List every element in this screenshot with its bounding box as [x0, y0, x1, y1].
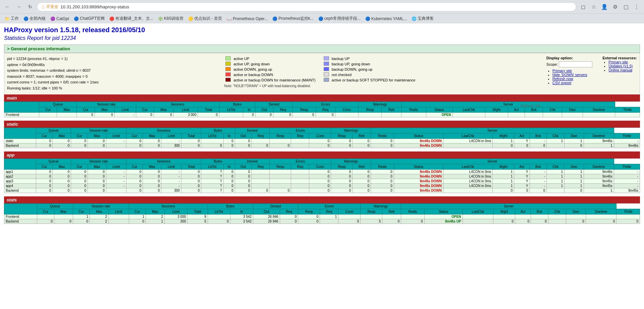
- bookmark-item[interactable]: 📁工作: [3, 15, 21, 22]
- forward-button[interactable]: →: [14, 2, 23, 11]
- wght: 1: [493, 138, 514, 143]
- denied-resp: 0: [270, 188, 291, 193]
- err-resp: 0: [331, 174, 353, 179]
- bookmark-item[interactable]: 🟣CatGpt: [48, 15, 71, 22]
- bookmark-item[interactable]: 🌐宝典博客: [410, 15, 436, 22]
- scope-input[interactable]: [559, 61, 592, 67]
- th-errors: Errors: [298, 203, 361, 209]
- proxy-name-bar: main: [4, 95, 640, 102]
- chk: [547, 188, 565, 193]
- display-link[interactable]: CSV export: [552, 81, 571, 85]
- bookmark-item[interactable]: 🔵ChatGPT官网: [72, 15, 107, 22]
- bookmark-item[interactable]: ❇️K8S训练营: [156, 15, 186, 22]
- cast-button[interactable]: ◻: [578, 2, 588, 11]
- err-req: [291, 169, 309, 174]
- legend-color-cell: [317, 77, 330, 83]
- bookmark-item[interactable]: 🔵ceph常用排错手段...: [316, 15, 363, 22]
- queue-cur: 0: [36, 179, 53, 183]
- external-resources: External resources: Primary siteUpdates …: [602, 56, 637, 72]
- th-sr-cur: Cur: [71, 133, 88, 138]
- sr-cur: 0: [71, 169, 88, 174]
- th-name: [4, 159, 36, 169]
- dwn: 1: [565, 169, 584, 174]
- th-warnings: Warnings: [359, 102, 401, 107]
- display-link[interactable]: Primary site: [552, 69, 572, 73]
- warn-retr: 0: [353, 169, 371, 174]
- th-lastchk: LastChk: [452, 107, 485, 112]
- info-lines: pid = 12234 (process #1, nbproc = 1)upti…: [7, 56, 217, 91]
- th-thrtle: Thrtle: [614, 164, 640, 169]
- th-bck: Bck: [530, 164, 547, 169]
- err-req: [320, 219, 338, 224]
- status-badge: OPEN: [441, 113, 451, 117]
- sr-cur: 0: [71, 138, 88, 143]
- external-link-item: Online manual: [608, 68, 637, 72]
- menu-button[interactable]: ⋮: [632, 2, 641, 11]
- legend-color-cell: [317, 56, 330, 61]
- bookmark-item[interactable]: 📖Prometheus Oper...: [225, 15, 270, 22]
- window-button[interactable]: ▢: [621, 2, 631, 11]
- bookmark-item[interactable]: 🔵Prometheus监控k...: [270, 15, 316, 22]
- bck: -: [530, 183, 547, 188]
- lbtot: [201, 138, 223, 143]
- display-link[interactable]: Refresh now: [552, 77, 573, 81]
- th-queue-max: Max: [54, 209, 73, 214]
- bytes-out: 0: [235, 138, 252, 143]
- err-req: [291, 183, 309, 188]
- bookmark-item[interactable]: 🟡优点知识 - 首页: [186, 15, 224, 22]
- browser-actions: ◻ ☆ 👤 ⚙ ▢ ⋮: [578, 2, 641, 11]
- warn-retr: [382, 214, 401, 219]
- dwntme: 1: [584, 143, 614, 148]
- queue-max: 0: [53, 188, 71, 193]
- th-dwntme: Dwntme: [584, 133, 614, 138]
- sess-cur: 0: [136, 112, 154, 117]
- th-status: Status: [394, 164, 443, 169]
- warn-redis: 0: [371, 188, 394, 193]
- display-links: Primary siteHide 'DOWN' serversRefresh n…: [552, 69, 592, 85]
- display-link[interactable]: Hide 'DOWN' servers: [552, 73, 587, 77]
- th-sess-max: Max: [143, 164, 161, 169]
- th-sess-limit: Limit: [161, 133, 181, 138]
- status: 9m46s DOWN: [394, 174, 443, 179]
- refresh-button[interactable]: ↻: [25, 2, 35, 11]
- th-sr-cur: Cur: [73, 209, 90, 214]
- stats-table: Queue Session rate Sessions Bytes Denied…: [4, 102, 640, 117]
- status: 9m45s DOWN: [394, 188, 443, 193]
- err-req: 0: [316, 112, 335, 117]
- bookmark-item[interactable]: 🔵全部内核: [21, 15, 48, 22]
- back-button[interactable]: ←: [3, 2, 12, 11]
- sess-max: 0: [154, 112, 173, 117]
- bookmark-button[interactable]: ☆: [589, 2, 598, 11]
- act: [508, 112, 525, 117]
- bookmark-item[interactable]: 🔵Kubernetes YAML...: [363, 15, 409, 22]
- profile-button[interactable]: 👤: [600, 2, 609, 11]
- bytes-in: 0: [223, 138, 235, 143]
- th-warn-redis: Redis: [401, 209, 424, 214]
- external-links: Primary siteUpdates (v1.5)Online manual: [608, 60, 637, 72]
- act: Y: [514, 179, 530, 183]
- denied-req: 0: [252, 143, 270, 148]
- queue-cur: 0: [36, 143, 53, 148]
- address-bar[interactable]: △ 不安全 10.31.200.103:8899/haproxy-status: [37, 2, 576, 11]
- extensions-button[interactable]: ⚙: [610, 2, 620, 11]
- external-link[interactable]: Primary site: [608, 60, 628, 64]
- queue-max: [57, 112, 77, 117]
- denied-req: [252, 183, 270, 188]
- table-row: static 0 0 0 0 - 0 0 - 0 0 0 0 0 0 0 9m4…: [4, 138, 640, 143]
- denied-resp: 0: [270, 143, 291, 148]
- bookmark-item[interactable]: 🔴有道翻译_文本、文...: [107, 15, 155, 22]
- external-link[interactable]: Online manual: [608, 68, 632, 72]
- th-sess-limit: Limit: [174, 107, 198, 112]
- th-err-resp: Resp: [331, 164, 353, 169]
- external-link[interactable]: Updates (v1.5): [608, 64, 633, 68]
- bookmark-label: 工作: [11, 16, 19, 21]
- table-row: Backend 0 0 0 0 0 0 300 0 0 0 0 0 0 0 0 …: [4, 143, 640, 148]
- denied-resp: 0: [293, 112, 316, 117]
- sess-total: 0: [181, 143, 201, 148]
- bytes-out: 26 846: [253, 214, 280, 219]
- th-bytes: Bytes: [208, 203, 253, 209]
- lastchk: L4CON in 0ms: [443, 179, 493, 183]
- bck: 0: [530, 188, 547, 193]
- proxy-name-bar: stats: [4, 196, 640, 203]
- denied-req: [252, 179, 270, 183]
